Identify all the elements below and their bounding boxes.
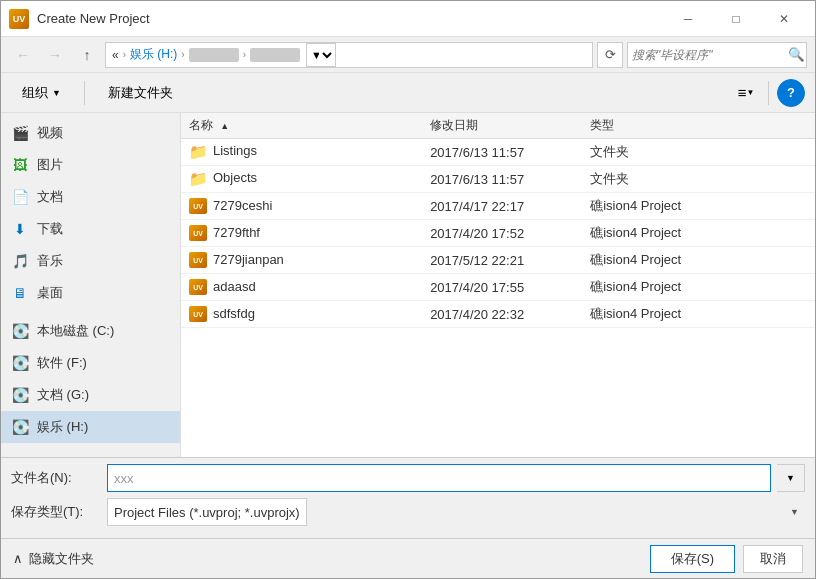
sidebar-label-video: 视频 — [37, 124, 63, 142]
window-title: Create New Project — [37, 11, 150, 26]
project-icon: UV — [189, 279, 207, 295]
forward-button[interactable]: → — [41, 42, 69, 68]
breadcrumb-bar: « › 娱乐 (H:) › › ▼ — [105, 42, 593, 68]
file-area: 名称 ▲ 修改日期 类型 📁Listings2017/6/13 11:57文件夹… — [181, 113, 815, 457]
table-row[interactable]: UVsdfsfdg2017/4/20 22:32礁ision4 Project — [181, 301, 815, 328]
file-name-cell: UV7279fthf — [181, 220, 422, 247]
organize-button[interactable]: 组织 ▼ — [11, 79, 72, 107]
file-type-cell: 文件夹 — [582, 139, 815, 166]
file-type-cell: 礁ision4 Project — [582, 193, 815, 220]
sidebar-item-disk-h[interactable]: 💽 娱乐 (H:) — [1, 411, 180, 443]
app-icon: UV — [9, 9, 29, 29]
title-controls: ─ □ ✕ — [665, 4, 807, 34]
col-name-header[interactable]: 名称 ▲ — [181, 113, 422, 139]
minimize-button[interactable]: ─ — [665, 4, 711, 34]
filename-row: 文件名(N): ▼ — [11, 464, 805, 492]
sidebar-item-music[interactable]: 🎵 音乐 — [1, 245, 180, 277]
table-row[interactable]: UV7279jianpan2017/5/12 22:21礁ision4 Proj… — [181, 247, 815, 274]
sidebar-label-download: 下载 — [37, 220, 63, 238]
sidebar-item-disk-g[interactable]: 💽 文档 (G:) — [1, 379, 180, 411]
organize-arrow: ▼ — [52, 88, 61, 98]
doc-icon: 📄 — [11, 188, 29, 206]
file-date-cell: 2017/4/20 17:55 — [422, 274, 582, 301]
dialog-window: UV Create New Project ─ □ ✕ ← → ↑ « › 娱乐… — [0, 0, 816, 579]
col-date-header[interactable]: 修改日期 — [422, 113, 582, 139]
sidebar-label-image: 图片 — [37, 156, 63, 174]
view-icon: ≡ — [738, 84, 747, 101]
toolbar-right: ≡ ▼ ? — [732, 79, 805, 107]
col-type-header[interactable]: 类型 — [582, 113, 815, 139]
sidebar-label-disk-g: 文档 (G:) — [37, 386, 89, 404]
sidebar-item-download[interactable]: ⬇ 下载 — [1, 213, 180, 245]
file-date-cell: 2017/4/20 17:52 — [422, 220, 582, 247]
refresh-button[interactable]: ⟳ — [597, 42, 623, 68]
table-header-row: 名称 ▲ 修改日期 类型 — [181, 113, 815, 139]
toolbar: 组织 ▼ 新建文件夹 ≡ ▼ ? — [1, 73, 815, 113]
sidebar-label-disk-h: 娱乐 (H:) — [37, 418, 88, 436]
filename-input[interactable] — [107, 464, 771, 492]
download-icon: ⬇ — [11, 220, 29, 238]
breadcrumb-blur-2 — [250, 48, 300, 62]
new-folder-button[interactable]: 新建文件夹 — [97, 79, 184, 107]
sidebar-label-desktop: 桌面 — [37, 284, 63, 302]
disk-f-icon: 💽 — [11, 354, 29, 372]
search-icon-button[interactable]: 🔍 — [787, 43, 806, 67]
filetype-select-wrapper: Project Files (*.uvproj; *.uvprojx) — [107, 498, 805, 526]
sidebar: 🎬 视频 🖼 图片 📄 文档 ⬇ 下载 🎵 音乐 🖥 桌面 — [1, 113, 181, 457]
help-button[interactable]: ? — [777, 79, 805, 107]
hide-folders-label: 隐藏文件夹 — [29, 550, 94, 568]
breadcrumb-dropdown[interactable]: ▼ — [306, 43, 336, 67]
chevron-up-icon: ∧ — [13, 551, 23, 566]
search-input[interactable] — [628, 48, 787, 62]
sidebar-item-disk-f[interactable]: 💽 软件 (F:) — [1, 347, 180, 379]
cancel-button[interactable]: 取消 — [743, 545, 803, 573]
sidebar-label-disk-f: 软件 (F:) — [37, 354, 87, 372]
sidebar-item-desktop[interactable]: 🖥 桌面 — [1, 277, 180, 309]
filetype-label: 保存类型(T): — [11, 503, 101, 521]
sidebar-label-disk-c: 本地磁盘 (C:) — [37, 322, 114, 340]
close-button[interactable]: ✕ — [761, 4, 807, 34]
back-button[interactable]: ← — [9, 42, 37, 68]
file-date-cell: 2017/4/17 22:17 — [422, 193, 582, 220]
table-row[interactable]: UV7279fthf2017/4/20 17:52礁ision4 Project — [181, 220, 815, 247]
table-row[interactable]: UV7279ceshi2017/4/17 22:17礁ision4 Projec… — [181, 193, 815, 220]
folder-icon: 📁 — [189, 170, 207, 188]
bottom-footer: ∧ 隐藏文件夹 保存(S) 取消 — [1, 538, 815, 578]
breadcrumb-item-2[interactable]: 娱乐 (H:) — [130, 46, 177, 63]
new-folder-label: 新建文件夹 — [108, 84, 173, 102]
footer-right: 保存(S) 取消 — [650, 545, 803, 573]
breadcrumb-blur-1 — [189, 48, 239, 62]
breadcrumb-item-4 — [250, 48, 300, 62]
sidebar-label-music: 音乐 — [37, 252, 63, 270]
view-arrow: ▼ — [746, 88, 754, 97]
sidebar-item-doc[interactable]: 📄 文档 — [1, 181, 180, 213]
file-name-cell: UVsdfsfdg — [181, 301, 422, 328]
filetype-select[interactable]: Project Files (*.uvproj; *.uvprojx) — [107, 498, 307, 526]
table-row[interactable]: 📁Objects2017/6/13 11:57文件夹 — [181, 166, 815, 193]
file-type-cell: 礁ision4 Project — [582, 301, 815, 328]
project-icon: UV — [189, 252, 207, 268]
file-type-cell: 文件夹 — [582, 166, 815, 193]
search-box: 🔍 — [627, 42, 807, 68]
sidebar-item-image[interactable]: 🖼 图片 — [1, 149, 180, 181]
sidebar-item-video[interactable]: 🎬 视频 — [1, 117, 180, 149]
table-row[interactable]: UVadaasd2017/4/20 17:55礁ision4 Project — [181, 274, 815, 301]
up-button[interactable]: ↑ — [73, 42, 101, 68]
nav-bar: ← → ↑ « › 娱乐 (H:) › › ▼ ⟳ 🔍 — [1, 37, 815, 73]
breadcrumb-item-3 — [189, 48, 239, 62]
file-date-cell: 2017/5/12 22:21 — [422, 247, 582, 274]
hide-folders-button[interactable]: ∧ 隐藏文件夹 — [13, 550, 94, 568]
sidebar-item-disk-c[interactable]: 💽 本地磁盘 (C:) — [1, 315, 180, 347]
file-date-cell: 2017/6/13 11:57 — [422, 166, 582, 193]
bottom-bar: 文件名(N): ▼ 保存类型(T): Project Files (*.uvpr… — [1, 457, 815, 538]
save-button[interactable]: 保存(S) — [650, 545, 735, 573]
disk-h-icon: 💽 — [11, 418, 29, 436]
maximize-button[interactable]: □ — [713, 4, 759, 34]
view-mode-button[interactable]: ≡ ▼ — [732, 79, 760, 107]
table-row[interactable]: 📁Listings2017/6/13 11:57文件夹 — [181, 139, 815, 166]
file-name-cell: 📁Listings — [181, 139, 422, 166]
filename-dropdown-button[interactable]: ▼ — [777, 464, 805, 492]
main-area: 🎬 视频 🖼 图片 📄 文档 ⬇ 下载 🎵 音乐 🖥 桌面 — [1, 113, 815, 457]
file-type-cell: 礁ision4 Project — [582, 220, 815, 247]
project-icon: UV — [189, 306, 207, 322]
